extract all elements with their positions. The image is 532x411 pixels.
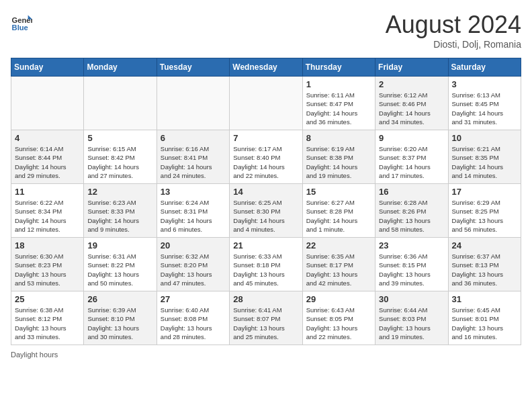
day-number: 23: [379, 240, 444, 250]
calendar-cell: 18Sunrise: 6:30 AM Sunset: 8:23 PM Dayli…: [11, 238, 84, 291]
calendar-cell: 29Sunrise: 6:43 AM Sunset: 8:05 PM Dayli…: [302, 291, 375, 345]
calendar-cell: 19Sunrise: 6:31 AM Sunset: 8:22 PM Dayli…: [84, 238, 157, 291]
day-number: 7: [233, 133, 298, 143]
month-title: August 2024: [386, 11, 521, 39]
calendar-cell: 13Sunrise: 6:24 AM Sunset: 8:31 PM Dayli…: [157, 184, 229, 238]
calendar-cell: 20Sunrise: 6:32 AM Sunset: 8:20 PM Dayli…: [157, 238, 229, 291]
calendar-cell: 10Sunrise: 6:21 AM Sunset: 8:35 PM Dayli…: [448, 130, 521, 184]
day-info: Sunrise: 6:20 AM Sunset: 8:37 PM Dayligh…: [379, 144, 444, 180]
page-header: General Blue August 2024 Diosti, Dolj, R…: [11, 11, 521, 50]
calendar-cell: 12Sunrise: 6:23 AM Sunset: 8:33 PM Dayli…: [84, 184, 157, 238]
logo-icon: General Blue: [11, 11, 32, 32]
day-info: Sunrise: 6:12 AM Sunset: 8:46 PM Dayligh…: [379, 91, 444, 126]
calendar-cell: 27Sunrise: 6:40 AM Sunset: 8:08 PM Dayli…: [157, 291, 229, 345]
calendar-cell: 16Sunrise: 6:28 AM Sunset: 8:26 PM Dayli…: [375, 184, 448, 238]
calendar-cell: 30Sunrise: 6:44 AM Sunset: 8:03 PM Dayli…: [375, 291, 448, 345]
calendar-cell: 31Sunrise: 6:45 AM Sunset: 8:01 PM Dayli…: [448, 291, 521, 345]
day-number: 20: [161, 240, 226, 250]
calendar-cell: [84, 77, 157, 130]
calendar-cell: 21Sunrise: 6:33 AM Sunset: 8:18 PM Dayli…: [230, 238, 302, 291]
calendar-header-sunday: Sunday: [11, 58, 84, 77]
day-info: Sunrise: 6:38 AM Sunset: 8:12 PM Dayligh…: [15, 306, 80, 341]
day-info: Sunrise: 6:22 AM Sunset: 8:34 PM Dayligh…: [15, 198, 80, 234]
day-info: Sunrise: 6:32 AM Sunset: 8:20 PM Dayligh…: [161, 252, 226, 287]
day-info: Sunrise: 6:35 AM Sunset: 8:17 PM Dayligh…: [306, 252, 371, 287]
calendar-cell: 14Sunrise: 6:25 AM Sunset: 8:30 PM Dayli…: [230, 184, 302, 238]
calendar-header-friday: Friday: [375, 58, 448, 77]
day-info: Sunrise: 6:17 AM Sunset: 8:40 PM Dayligh…: [233, 144, 298, 180]
day-info: Sunrise: 6:27 AM Sunset: 8:28 PM Dayligh…: [306, 198, 371, 234]
day-number: 31: [452, 294, 517, 304]
day-info: Sunrise: 6:15 AM Sunset: 8:42 PM Dayligh…: [87, 144, 152, 180]
calendar-cell: [11, 77, 84, 130]
calendar-cell: [230, 77, 302, 130]
calendar-cell: 26Sunrise: 6:39 AM Sunset: 8:10 PM Dayli…: [84, 291, 157, 345]
calendar-cell: 11Sunrise: 6:22 AM Sunset: 8:34 PM Dayli…: [11, 184, 84, 238]
calendar-cell: 9Sunrise: 6:20 AM Sunset: 8:37 PM Daylig…: [375, 130, 448, 184]
calendar-cell: 4Sunrise: 6:14 AM Sunset: 8:44 PM Daylig…: [11, 130, 84, 184]
calendar-cell: 15Sunrise: 6:27 AM Sunset: 8:28 PM Dayli…: [302, 184, 375, 238]
calendar-week-row: 18Sunrise: 6:30 AM Sunset: 8:23 PM Dayli…: [11, 238, 521, 291]
day-info: Sunrise: 6:31 AM Sunset: 8:22 PM Dayligh…: [87, 252, 152, 287]
day-info: Sunrise: 6:36 AM Sunset: 8:15 PM Dayligh…: [379, 252, 444, 287]
day-number: 17: [452, 187, 517, 197]
day-info: Sunrise: 6:19 AM Sunset: 8:38 PM Dayligh…: [306, 144, 371, 180]
calendar-header-tuesday: Tuesday: [157, 58, 229, 77]
day-info: Sunrise: 6:30 AM Sunset: 8:23 PM Dayligh…: [15, 252, 80, 287]
calendar-cell: 3Sunrise: 6:13 AM Sunset: 8:45 PM Daylig…: [448, 77, 521, 130]
calendar-cell: 25Sunrise: 6:38 AM Sunset: 8:12 PM Dayli…: [11, 291, 84, 345]
day-info: Sunrise: 6:45 AM Sunset: 8:01 PM Dayligh…: [452, 306, 517, 341]
day-number: 2: [379, 79, 444, 89]
day-number: 28: [233, 294, 298, 304]
calendar-cell: 28Sunrise: 6:41 AM Sunset: 8:07 PM Dayli…: [230, 291, 302, 345]
day-info: Sunrise: 6:40 AM Sunset: 8:08 PM Dayligh…: [161, 306, 226, 341]
day-number: 10: [452, 133, 517, 143]
footer: Daylight hours: [11, 351, 521, 359]
calendar-header-row: SundayMondayTuesdayWednesdayThursdayFrid…: [11, 58, 521, 77]
calendar-cell: 2Sunrise: 6:12 AM Sunset: 8:46 PM Daylig…: [375, 77, 448, 130]
day-number: 27: [161, 294, 226, 304]
day-info: Sunrise: 6:28 AM Sunset: 8:26 PM Dayligh…: [379, 198, 444, 234]
day-number: 14: [233, 187, 298, 197]
day-info: Sunrise: 6:39 AM Sunset: 8:10 PM Dayligh…: [87, 306, 152, 341]
day-number: 8: [306, 133, 371, 143]
calendar-week-row: 4Sunrise: 6:14 AM Sunset: 8:44 PM Daylig…: [11, 130, 521, 184]
calendar-cell: 6Sunrise: 6:16 AM Sunset: 8:41 PM Daylig…: [157, 130, 229, 184]
day-number: 19: [87, 240, 152, 250]
day-info: Sunrise: 6:41 AM Sunset: 8:07 PM Dayligh…: [233, 306, 298, 341]
day-info: Sunrise: 6:16 AM Sunset: 8:41 PM Dayligh…: [161, 144, 226, 180]
logo: General Blue: [11, 11, 32, 32]
calendar-header-monday: Monday: [84, 58, 157, 77]
calendar-table: SundayMondayTuesdayWednesdayThursdayFrid…: [11, 58, 521, 345]
calendar-cell: 1Sunrise: 6:11 AM Sunset: 8:47 PM Daylig…: [302, 77, 375, 130]
calendar-cell: [157, 77, 229, 130]
day-info: Sunrise: 6:13 AM Sunset: 8:45 PM Dayligh…: [452, 91, 517, 126]
day-number: 16: [379, 187, 444, 197]
location-subtitle: Diosti, Dolj, Romania: [386, 39, 521, 50]
day-number: 4: [15, 133, 80, 143]
day-info: Sunrise: 6:24 AM Sunset: 8:31 PM Dayligh…: [161, 198, 226, 234]
day-info: Sunrise: 6:33 AM Sunset: 8:18 PM Dayligh…: [233, 252, 298, 287]
day-info: Sunrise: 6:23 AM Sunset: 8:33 PM Dayligh…: [87, 198, 152, 234]
day-number: 3: [452, 79, 517, 89]
day-number: 22: [306, 240, 371, 250]
day-number: 13: [161, 187, 226, 197]
day-info: Sunrise: 6:21 AM Sunset: 8:35 PM Dayligh…: [452, 144, 517, 180]
calendar-cell: 24Sunrise: 6:37 AM Sunset: 8:13 PM Dayli…: [448, 238, 521, 291]
day-number: 5: [87, 133, 152, 143]
calendar-cell: 8Sunrise: 6:19 AM Sunset: 8:38 PM Daylig…: [302, 130, 375, 184]
day-info: Sunrise: 6:29 AM Sunset: 8:25 PM Dayligh…: [452, 198, 517, 234]
calendar-cell: 7Sunrise: 6:17 AM Sunset: 8:40 PM Daylig…: [230, 130, 302, 184]
day-number: 1: [306, 79, 371, 89]
day-number: 25: [15, 294, 80, 304]
day-number: 11: [15, 187, 80, 197]
calendar-cell: 17Sunrise: 6:29 AM Sunset: 8:25 PM Dayli…: [448, 184, 521, 238]
calendar-cell: 5Sunrise: 6:15 AM Sunset: 8:42 PM Daylig…: [84, 130, 157, 184]
calendar-cell: 22Sunrise: 6:35 AM Sunset: 8:17 PM Dayli…: [302, 238, 375, 291]
day-info: Sunrise: 6:25 AM Sunset: 8:30 PM Dayligh…: [233, 198, 298, 234]
footer-text: Daylight hours: [11, 351, 58, 359]
day-info: Sunrise: 6:11 AM Sunset: 8:47 PM Dayligh…: [306, 91, 371, 126]
calendar-week-row: 11Sunrise: 6:22 AM Sunset: 8:34 PM Dayli…: [11, 184, 521, 238]
day-number: 30: [379, 294, 444, 304]
calendar-header-saturday: Saturday: [448, 58, 521, 77]
